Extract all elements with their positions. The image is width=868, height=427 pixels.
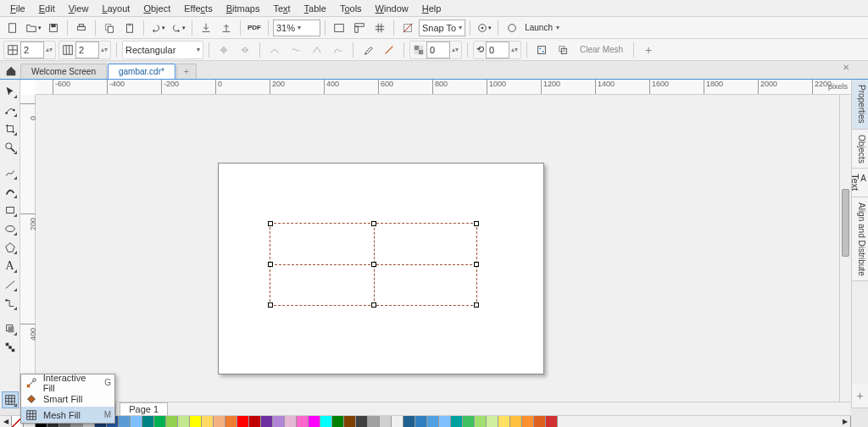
swatch[interactable] bbox=[403, 416, 415, 427]
launch-button[interactable] bbox=[503, 19, 521, 37]
swatch[interactable] bbox=[142, 416, 154, 427]
swatch[interactable] bbox=[546, 416, 558, 427]
swatch[interactable] bbox=[166, 416, 178, 427]
fullscreen-button[interactable] bbox=[330, 19, 348, 37]
artistic-media-tool[interactable] bbox=[2, 183, 19, 200]
docker-properties[interactable]: Properties bbox=[852, 80, 868, 130]
show-rulers-button[interactable] bbox=[350, 19, 369, 37]
docker-text[interactable]: AText bbox=[852, 169, 868, 197]
workspace[interactable] bbox=[36, 95, 851, 408]
swatch[interactable] bbox=[487, 416, 498, 427]
selection-shape-dropdown[interactable]: Rectangular▾ bbox=[122, 41, 203, 59]
menu-file[interactable]: FFileile bbox=[3, 2, 32, 15]
snap-off-button[interactable] bbox=[398, 19, 417, 37]
swatch[interactable] bbox=[522, 416, 534, 427]
docker-add[interactable]: + bbox=[852, 384, 868, 408]
smooth-mesh-button[interactable] bbox=[532, 41, 551, 59]
pick-tool[interactable] bbox=[2, 83, 19, 100]
freehand-tool[interactable] bbox=[2, 164, 19, 181]
swatch[interactable] bbox=[356, 416, 368, 427]
swatch[interactable] bbox=[202, 416, 214, 427]
interactive-fill-tool[interactable] bbox=[2, 391, 19, 408]
swatch[interactable] bbox=[190, 416, 202, 427]
swatch[interactable] bbox=[225, 416, 237, 427]
print-button[interactable] bbox=[72, 19, 91, 37]
curve-tool-4[interactable] bbox=[329, 41, 348, 59]
launch-label[interactable]: Launch bbox=[523, 23, 554, 32]
page-canvas[interactable] bbox=[218, 163, 544, 374]
options-button[interactable]: ▾ bbox=[475, 19, 493, 37]
vertical-ruler[interactable]: 0200400 bbox=[20, 95, 36, 408]
swatch[interactable] bbox=[214, 416, 225, 427]
save-button[interactable] bbox=[44, 19, 63, 37]
undo-button[interactable]: ▾ bbox=[148, 19, 167, 37]
snap-to-dropdown[interactable]: Snap To▾ bbox=[419, 19, 465, 36]
redo-button[interactable]: ▾ bbox=[169, 19, 187, 37]
transparency-tool[interactable] bbox=[2, 339, 19, 356]
flyout-smart-fill[interactable]: Smart Fill bbox=[21, 391, 114, 407]
swatch[interactable] bbox=[344, 416, 356, 427]
palette-arrow-left[interactable]: ◀ bbox=[0, 416, 12, 427]
clear-mesh-button[interactable]: Clear Mesh bbox=[575, 45, 628, 54]
zoom-dropdown[interactable]: 31%▾ bbox=[273, 19, 320, 36]
swatch[interactable] bbox=[320, 416, 332, 427]
swatch[interactable] bbox=[237, 416, 249, 427]
swatch[interactable] bbox=[439, 416, 451, 427]
swatch[interactable] bbox=[475, 416, 487, 427]
angle-spinner[interactable]: ⟲ 0 ▴▾ bbox=[473, 41, 521, 59]
swatch[interactable] bbox=[427, 416, 439, 427]
menu-window[interactable]: Window bbox=[369, 2, 415, 15]
swatch[interactable] bbox=[178, 416, 190, 427]
tab-document[interactable]: gambar.cdr* bbox=[108, 64, 175, 79]
mesh-fill-object[interactable] bbox=[270, 223, 477, 306]
ellipse-tool[interactable] bbox=[2, 220, 19, 237]
tab-new[interactable]: + bbox=[176, 64, 197, 79]
add-property-button[interactable]: + bbox=[639, 41, 658, 59]
flyout-mesh-fill[interactable]: Mesh FillM bbox=[21, 407, 114, 423]
menu-effects[interactable]: Effects bbox=[177, 2, 219, 15]
docker-align[interactable]: Align and Distribute bbox=[852, 197, 868, 282]
show-grid-button[interactable] bbox=[370, 19, 389, 37]
swatch[interactable] bbox=[463, 416, 475, 427]
swatch[interactable] bbox=[297, 416, 309, 427]
copy-button[interactable] bbox=[100, 19, 119, 37]
menu-tools[interactable]: Tools bbox=[333, 2, 369, 15]
flyout-interactive-fill[interactable]: Interactive FillG bbox=[21, 374, 114, 391]
home-icon[interactable] bbox=[3, 64, 19, 79]
swatch[interactable] bbox=[273, 416, 285, 427]
curve-tool-3[interactable] bbox=[308, 41, 326, 59]
publish-pdf-button[interactable]: PDF bbox=[245, 19, 264, 37]
swatch[interactable] bbox=[380, 416, 392, 427]
drop-shadow-tool[interactable] bbox=[2, 320, 19, 337]
swatch[interactable] bbox=[451, 416, 463, 427]
palette-arrow-right[interactable]: ▶ bbox=[839, 416, 851, 427]
menu-bitmaps[interactable]: Bitmaps bbox=[220, 2, 267, 15]
swatch[interactable] bbox=[309, 416, 320, 427]
line-button[interactable] bbox=[380, 41, 398, 59]
page-tab[interactable]: Page 1 bbox=[120, 402, 168, 416]
swatch[interactable] bbox=[261, 416, 273, 427]
curve-tool-1[interactable] bbox=[265, 41, 284, 59]
menu-edit[interactable]: Edit bbox=[32, 2, 62, 15]
eyedropper-button[interactable] bbox=[359, 41, 377, 59]
grid-rows-cols[interactable]: 2 ▴▾ bbox=[3, 41, 56, 59]
swatch[interactable] bbox=[119, 416, 131, 427]
add-node-button[interactable] bbox=[214, 41, 233, 59]
vertical-scrollbar[interactable] bbox=[839, 95, 851, 408]
import-button[interactable] bbox=[197, 19, 215, 37]
rectangle-tool[interactable] bbox=[2, 202, 19, 219]
swatch[interactable] bbox=[285, 416, 297, 427]
transparency-spinner[interactable]: 0 ▴▾ bbox=[409, 41, 462, 59]
shape-tool[interactable] bbox=[2, 102, 19, 119]
parallel-dim-tool[interactable] bbox=[2, 276, 19, 293]
menu-text[interactable]: Text bbox=[266, 2, 297, 15]
paste-button[interactable] bbox=[120, 19, 139, 37]
swatch[interactable] bbox=[368, 416, 380, 427]
new-button[interactable] bbox=[3, 19, 22, 37]
polygon-tool[interactable] bbox=[2, 239, 19, 256]
swatch[interactable] bbox=[392, 416, 403, 427]
delete-node-button[interactable] bbox=[236, 41, 254, 59]
export-button[interactable] bbox=[217, 19, 236, 37]
menu-table[interactable]: Table bbox=[298, 2, 333, 15]
menu-object[interactable]: Object bbox=[136, 2, 177, 15]
